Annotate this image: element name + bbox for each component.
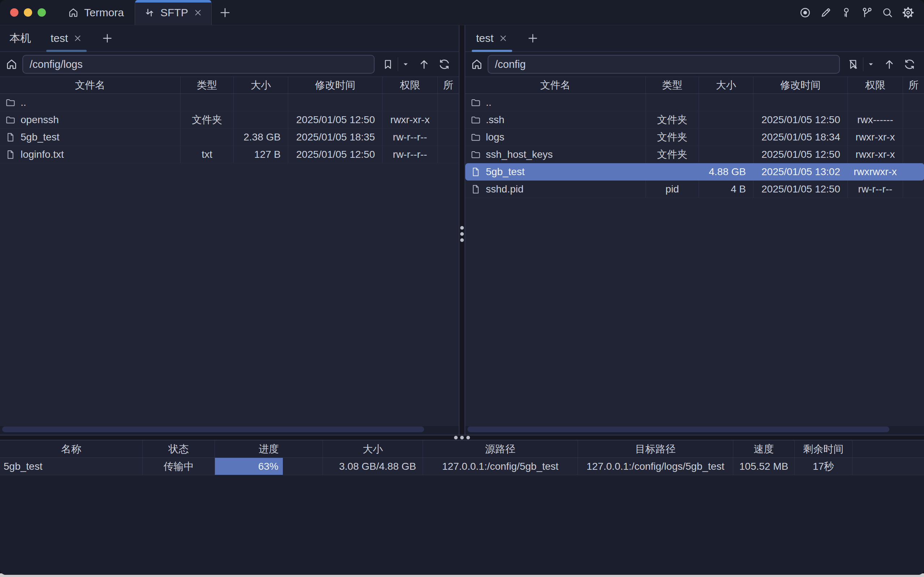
tab-sftp[interactable]: SFTP bbox=[135, 0, 212, 25]
pane-splitter-vertical[interactable] bbox=[459, 25, 465, 435]
column-header-type[interactable]: 类型 bbox=[181, 77, 234, 93]
file-type-cell: 文件夹 bbox=[181, 111, 234, 128]
column-header-status[interactable]: 状态 bbox=[143, 440, 215, 458]
column-header-owner[interactable]: 所 bbox=[438, 77, 459, 93]
column-header-size[interactable]: 大小 bbox=[234, 77, 288, 93]
scrollbar-thumb[interactable] bbox=[2, 426, 424, 432]
column-header-type[interactable]: 类型 bbox=[646, 77, 699, 93]
zoom-window-button[interactable] bbox=[37, 8, 46, 17]
add-session-button[interactable] bbox=[527, 32, 539, 44]
bookmark-icon[interactable] bbox=[380, 58, 396, 71]
column-header-modified[interactable]: 修改时间 bbox=[753, 77, 848, 93]
close-window-button[interactable] bbox=[10, 8, 18, 17]
key-icon[interactable] bbox=[840, 6, 853, 19]
column-header-modified[interactable]: 修改时间 bbox=[288, 77, 382, 93]
tab-session-test[interactable]: test bbox=[471, 25, 513, 51]
file-icon bbox=[470, 184, 481, 195]
file-size-cell: 127 B bbox=[234, 146, 288, 163]
column-header-permissions[interactable]: 权限 bbox=[848, 77, 903, 93]
bookmark-dropdown-chevron-icon[interactable] bbox=[400, 60, 412, 68]
file-owner-cell bbox=[438, 94, 459, 111]
tab-local-machine[interactable]: 本机 bbox=[9, 25, 32, 51]
file-name-cell: loginfo.txt bbox=[0, 146, 181, 163]
file-perm-cell: rw-r--r-- bbox=[848, 181, 903, 198]
table-row[interactable]: loginfo.txt txt 127 B 2025/01/05 12:50 r… bbox=[0, 146, 459, 163]
file-name-cell: 5gb_test bbox=[0, 129, 181, 145]
home-icon[interactable] bbox=[5, 58, 18, 71]
column-header-filename[interactable]: 文件名 bbox=[465, 77, 646, 93]
file-perm-cell: rwxr-xr-x bbox=[382, 111, 438, 128]
home-icon[interactable] bbox=[470, 58, 483, 71]
tab-home-termora[interactable]: Termora bbox=[57, 0, 135, 25]
file-name-cell: openssh bbox=[0, 111, 181, 128]
folder-icon bbox=[470, 149, 481, 160]
file-mtime-cell: 2025/01/05 13:02 bbox=[753, 163, 848, 180]
tab-session-test[interactable]: test bbox=[45, 25, 87, 51]
transfers-splitter-horizontal[interactable] bbox=[0, 435, 924, 440]
table-row[interactable]: sshd.pid pid 4 B 2025/01/05 12:50 rw-r--… bbox=[465, 181, 924, 198]
transfer-row[interactable]: 5gb_test 传输中 63% 3.08 GB/4.88 GB 127.0.0… bbox=[0, 458, 924, 475]
record-icon[interactable] bbox=[799, 6, 812, 19]
column-header-name[interactable]: 名称 bbox=[0, 440, 143, 458]
column-header-source-path[interactable]: 源路径 bbox=[423, 440, 578, 458]
splitter-grip-icon bbox=[454, 436, 470, 440]
new-tab-button[interactable] bbox=[212, 0, 239, 25]
plus-icon bbox=[527, 32, 539, 44]
column-header-owner[interactable]: 所 bbox=[903, 77, 924, 93]
column-header-permissions[interactable]: 权限 bbox=[382, 77, 438, 93]
column-header-eta[interactable]: 剩余时间 bbox=[795, 440, 853, 458]
minimize-window-button[interactable] bbox=[24, 8, 32, 17]
close-tab-icon[interactable] bbox=[73, 34, 82, 43]
file-icon bbox=[5, 149, 16, 160]
table-row[interactable]: ssh_host_keys 文件夹 2025/01/05 12:50 rwxr-… bbox=[465, 146, 924, 163]
search-icon[interactable] bbox=[881, 6, 894, 19]
refresh-icon[interactable] bbox=[435, 58, 453, 71]
file-type-icon bbox=[470, 184, 481, 195]
column-header-filename[interactable]: 文件名 bbox=[0, 77, 181, 93]
path-input[interactable] bbox=[23, 55, 374, 74]
table-row[interactable]: .ssh 文件夹 2025/01/05 12:50 rwx------ bbox=[465, 111, 924, 129]
right-horizontal-scrollbar bbox=[465, 426, 924, 435]
left-horizontal-scrollbar bbox=[0, 426, 459, 435]
table-row[interactable]: .. bbox=[465, 94, 924, 111]
column-header-size[interactable]: 大小 bbox=[323, 440, 423, 458]
file-owner-cell bbox=[438, 111, 459, 128]
file-type-cell bbox=[646, 94, 699, 111]
go-up-directory-icon[interactable] bbox=[880, 58, 898, 71]
bookmark-dropdown-chevron-icon[interactable] bbox=[865, 60, 877, 68]
scrollbar-thumb[interactable] bbox=[468, 426, 889, 432]
edit-icon[interactable] bbox=[819, 6, 832, 19]
refresh-icon[interactable] bbox=[901, 58, 918, 71]
table-row[interactable]: openssh 文件夹 2025/01/05 12:50 rwxr-xr-x bbox=[0, 111, 459, 129]
column-header-target-path[interactable]: 目标路径 bbox=[578, 440, 733, 458]
divider bbox=[863, 57, 863, 71]
column-header-progress[interactable]: 进度 bbox=[215, 440, 323, 458]
transfer-arrows-icon bbox=[144, 7, 155, 18]
table-row[interactable]: 5gb_test 4.88 GB 2025/01/05 13:02 rwxrwx… bbox=[465, 163, 924, 181]
file-owner-cell bbox=[903, 181, 924, 198]
table-row[interactable]: .. bbox=[0, 94, 459, 111]
file-type-icon bbox=[470, 114, 481, 125]
tab-label: SFTP bbox=[160, 6, 188, 19]
file-perm-cell bbox=[848, 94, 903, 111]
table-row[interactable]: 5gb_test 2.38 GB 2025/01/05 18:35 rw-r--… bbox=[0, 129, 459, 146]
file-type-cell: 文件夹 bbox=[646, 146, 699, 163]
settings-gear-icon[interactable] bbox=[901, 6, 914, 19]
column-header-size[interactable]: 大小 bbox=[699, 77, 753, 93]
close-tab-icon[interactable] bbox=[498, 34, 508, 43]
add-session-button[interactable] bbox=[101, 32, 113, 44]
go-up-directory-icon[interactable] bbox=[415, 58, 433, 71]
file-size-cell bbox=[699, 129, 753, 145]
table-row[interactable]: logs 文件夹 2025/01/05 18:34 rwxr-xr-x bbox=[465, 129, 924, 146]
file-type-cell: txt bbox=[181, 146, 234, 163]
branch-icon[interactable] bbox=[860, 6, 873, 19]
bookmark-off-icon[interactable] bbox=[845, 58, 861, 71]
column-header-speed[interactable]: 速度 bbox=[733, 440, 795, 458]
close-tab-icon[interactable] bbox=[193, 8, 203, 17]
folder-icon bbox=[470, 97, 481, 108]
file-owner-cell bbox=[903, 146, 924, 163]
file-mtime-cell: 2025/01/05 12:50 bbox=[288, 146, 382, 163]
file-size-cell: 2.38 GB bbox=[234, 129, 288, 145]
path-input[interactable] bbox=[488, 55, 840, 74]
tab-label: test bbox=[476, 32, 493, 44]
